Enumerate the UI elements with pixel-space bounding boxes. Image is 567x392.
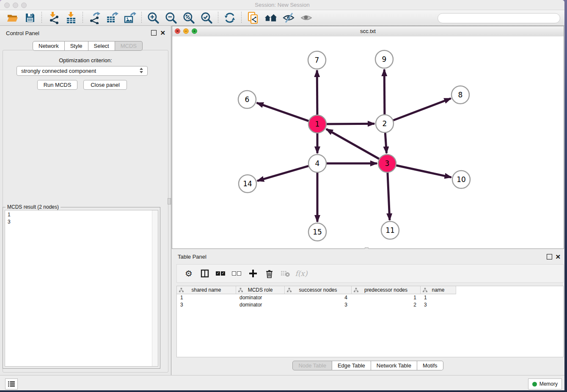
show-graphics-button[interactable] xyxy=(300,11,313,24)
edge-3-11[interactable] xyxy=(388,172,390,220)
open-session-button[interactable] xyxy=(6,11,19,24)
edge-1-7[interactable] xyxy=(317,70,317,115)
column-header-shared-name[interactable]: shared name xyxy=(177,286,236,294)
node-11[interactable]: 11 xyxy=(381,221,399,239)
edge-1-6[interactable] xyxy=(257,103,309,121)
export-image-button[interactable] xyxy=(124,11,136,24)
criterion-select[interactable]: strongly connected component xyxy=(17,66,148,76)
column-header-predecessor-nodes[interactable]: predecessor nodes xyxy=(352,286,421,294)
tab-network-table[interactable]: Network Table xyxy=(371,361,417,370)
node-10[interactable]: 10 xyxy=(452,171,470,188)
table-cell[interactable]: dominator xyxy=(236,301,285,309)
column-header-successor-nodes[interactable]: successor nodes xyxy=(285,286,352,294)
toolbar-separator xyxy=(41,12,42,24)
tab-motifs[interactable]: Motifs xyxy=(417,361,443,370)
svg-text:15: 15 xyxy=(313,228,322,236)
export-table-icon xyxy=(106,11,118,24)
checked-box-icon: ✓ xyxy=(221,271,225,276)
tab-edge-table[interactable]: Edge Table xyxy=(332,361,371,370)
tab-style[interactable]: Style xyxy=(65,41,88,51)
node-14[interactable]: 14 xyxy=(239,175,256,193)
zoom-fit-icon xyxy=(182,11,195,24)
node-7[interactable]: 7 xyxy=(308,51,326,69)
zoom-selected-button[interactable] xyxy=(200,11,213,24)
column-header-name[interactable]: name xyxy=(421,286,456,294)
table-cell[interactable]: 1 xyxy=(421,294,456,301)
column-header-mcds-role[interactable]: MCDS role xyxy=(236,286,285,294)
mcds-result-area[interactable]: 1 3 xyxy=(5,210,158,367)
network-window-titlebar[interactable]: ✕ − + scc.txt xyxy=(172,26,564,37)
attribute-type-icon xyxy=(179,288,184,293)
run-mcds-button[interactable]: Run MCDS xyxy=(37,80,77,90)
table-cell[interactable]: 2 xyxy=(352,301,421,309)
table-cell[interactable]: 3 xyxy=(285,301,352,309)
delete-column-button[interactable] xyxy=(264,268,274,279)
edge-4-14[interactable] xyxy=(257,166,309,181)
edge-2-3[interactable] xyxy=(385,133,386,153)
zoom-out-icon xyxy=(165,11,177,24)
edge-1-2[interactable] xyxy=(326,124,374,124)
node-6[interactable]: 6 xyxy=(238,91,256,108)
zoom-out-button[interactable] xyxy=(165,11,177,24)
table-cell[interactable]: 1 xyxy=(177,294,236,301)
save-icon xyxy=(25,12,36,23)
gear-icon: ⚙ xyxy=(185,269,193,278)
task-history-button[interactable] xyxy=(5,378,18,389)
tab-node-table[interactable]: Node Table xyxy=(292,361,332,370)
node-1[interactable]: 1 xyxy=(308,115,326,133)
import-table-button[interactable] xyxy=(65,11,77,24)
node-8[interactable]: 8 xyxy=(451,86,469,104)
table-cell[interactable]: 1 xyxy=(352,294,421,301)
node-15[interactable]: 15 xyxy=(308,223,326,241)
splitter-handle[interactable] xyxy=(168,198,171,204)
export-table-button[interactable] xyxy=(106,11,118,24)
show-columns-button[interactable] xyxy=(200,268,210,279)
unselect-all-columns-button[interactable] xyxy=(232,268,242,279)
tab-select[interactable]: Select xyxy=(88,41,115,51)
main-toolbar xyxy=(0,10,564,26)
table-options-button[interactable]: ⚙ xyxy=(184,268,194,279)
node-9[interactable]: 9 xyxy=(375,50,393,68)
zoom-fit-button[interactable] xyxy=(182,11,195,24)
node-3[interactable]: 3 xyxy=(378,155,396,172)
zoom-in-button[interactable] xyxy=(147,11,160,24)
edge-2-8[interactable] xyxy=(393,99,451,121)
node-4[interactable]: 4 xyxy=(308,155,326,172)
save-session-button[interactable] xyxy=(24,11,36,24)
table-row[interactable]: 3dominator323 xyxy=(177,301,563,309)
create-column-button[interactable] xyxy=(248,268,258,279)
table-cell[interactable]: 4 xyxy=(285,294,352,301)
close-panel-icon[interactable]: ✕ xyxy=(555,254,561,259)
search-input[interactable] xyxy=(438,13,560,23)
close-panel-button[interactable]: Close panel xyxy=(83,80,127,90)
table-cell[interactable]: dominator xyxy=(236,294,285,301)
import-network-button[interactable] xyxy=(47,11,60,24)
delete-table-button[interactable] xyxy=(280,268,290,279)
result-scrollbar[interactable] xyxy=(152,210,158,366)
select-all-columns-button[interactable]: ✓ ✓ xyxy=(216,268,226,279)
table-cell[interactable]: 3 xyxy=(177,301,236,309)
edge-3-1[interactable] xyxy=(326,129,380,159)
svg-text:8: 8 xyxy=(458,91,463,99)
attribute-type-icon xyxy=(423,288,427,293)
refresh-button[interactable] xyxy=(223,11,236,24)
home-layout-button[interactable] xyxy=(264,11,277,24)
edge-2-9[interactable] xyxy=(384,69,385,115)
export-network-button[interactable] xyxy=(88,11,101,24)
hide-graphics-button[interactable] xyxy=(282,11,295,24)
node-2[interactable]: 2 xyxy=(376,115,394,133)
close-panel-icon[interactable]: ✕ xyxy=(160,30,165,36)
table-cell[interactable]: 3 xyxy=(421,301,456,309)
table-row[interactable]: 1dominator411 xyxy=(177,294,563,301)
tab-network[interactable]: Network xyxy=(33,41,65,51)
graph-canvas[interactable]: 7968124314101511 xyxy=(172,36,564,248)
tab-mcds[interactable]: MCDS xyxy=(115,41,143,51)
eye-icon xyxy=(300,12,313,24)
function-builder-button[interactable]: f(x) xyxy=(296,268,306,279)
export-image-icon xyxy=(124,11,136,24)
edge-3-10[interactable] xyxy=(396,166,451,177)
float-panel-icon[interactable] xyxy=(151,30,157,36)
memory-button[interactable]: Memory xyxy=(528,378,562,389)
float-panel-icon[interactable] xyxy=(547,254,552,259)
copy-network-button[interactable] xyxy=(247,11,259,24)
